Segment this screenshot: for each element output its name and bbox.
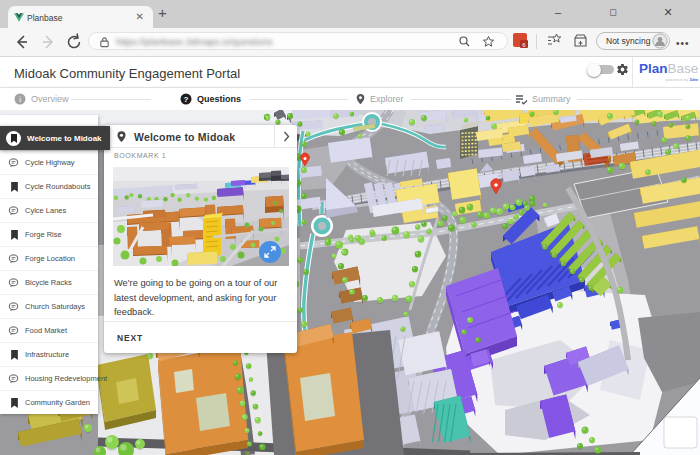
svg-text:?: ? [184,95,189,104]
